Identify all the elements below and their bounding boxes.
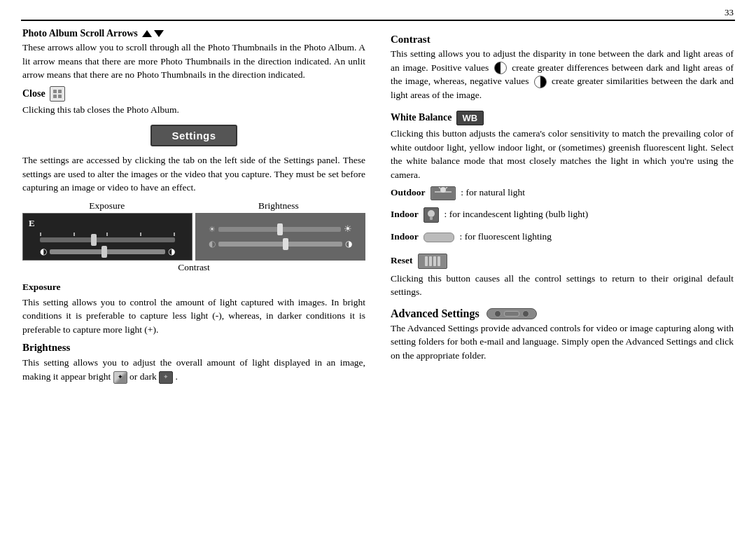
right-column: Contrast This setting allows you to adju…	[388, 28, 734, 526]
outdoor-label: Outdoor	[391, 187, 426, 198]
exposure-slider-track[interactable]	[40, 237, 175, 242]
exposure-panel: E	[22, 213, 192, 261]
advanced-settings-icon	[486, 308, 537, 319]
two-column-layout: Photo Album Scroll Arrows These arrows a…	[22, 28, 734, 526]
brightness-slider-row: ☀ ☀	[209, 223, 352, 235]
diagram-label-exposure: Exposure	[89, 200, 125, 212]
svg-rect-1	[58, 90, 62, 93]
photo-album-scroll-arrows-body: These arrows allow you to scroll through…	[22, 41, 365, 82]
contrast2-left-icon: ◐	[209, 239, 216, 249]
indoor-fluorescent-row: Indoor : for fluorescent lighting	[391, 230, 734, 244]
exposure-subheading: Exposure	[22, 280, 365, 294]
brightness-panel: ☀ ☀ ◐ ◑	[195, 213, 365, 261]
close-icon	[50, 86, 65, 102]
svg-rect-0	[53, 90, 57, 93]
diagram-contrast-label: Contrast	[178, 262, 210, 273]
brightness-body-text2: or dark	[130, 371, 157, 382]
indoor-fluorescent-desc: : for fluorescent lighting	[460, 231, 552, 242]
left-column: Photo Album Scroll Arrows These arrows a…	[22, 28, 368, 526]
diagram-images: E	[22, 213, 365, 261]
reset-stripe-1	[425, 256, 428, 266]
scroll-arrows-icon	[142, 30, 164, 37]
diagram-label-brightness: Brightness	[258, 200, 299, 212]
indoor-incandescent-label: Indoor	[391, 209, 419, 219]
brightness-slider-thumb	[277, 223, 283, 235]
adv-circle-left	[494, 310, 501, 317]
photo-album-scroll-arrows-label: Photo Album Scroll Arrows	[22, 28, 138, 39]
diagram-area: Exposure Brightness E	[22, 200, 365, 277]
brightness-slider-thumb2	[283, 238, 288, 250]
outdoor-icon	[430, 186, 456, 200]
close-label: Close	[22, 88, 46, 99]
arrow-up-icon	[142, 30, 152, 37]
contrast-slider-row: ◐ ◑	[40, 247, 175, 257]
brightness-slider-row2: ◐ ◑	[209, 239, 352, 249]
contrast-slider-thumb	[102, 246, 107, 258]
adv-circle-right	[522, 310, 529, 317]
contrast-positive-icon	[494, 62, 507, 74]
exposure-ticks-top	[40, 233, 175, 236]
adv-bar	[504, 311, 519, 317]
contrast-left-icon: ◐	[40, 247, 47, 257]
svg-rect-2	[53, 95, 57, 98]
brightness-icon-bright: ✦	[113, 371, 127, 384]
brightness-icon-dark: ✦	[159, 371, 173, 384]
exposure-sub-label: Exposure	[22, 282, 61, 292]
contrast2-right-icon: ◑	[345, 239, 352, 249]
exposure-body: This setting allows you to control the a…	[22, 296, 365, 337]
indoor-fluorescent-label: Indoor	[391, 231, 419, 242]
sun-bright-icon: ☀	[344, 223, 352, 235]
reset-body: Clicking this button causes all the cont…	[391, 272, 734, 299]
arrow-down-icon	[154, 30, 164, 37]
advanced-settings-label: Advanced Settings	[391, 307, 479, 320]
svg-point-10	[428, 210, 435, 217]
settings-button[interactable]: Settings	[150, 125, 237, 146]
outdoor-desc: : for natural light	[461, 187, 525, 198]
brightness-body-text1: This setting allows you to adjust the ov…	[22, 357, 365, 382]
white-balance-body: Clicking this button adjusts the camera'…	[391, 127, 734, 181]
close-heading: Close	[22, 86, 365, 102]
contrast-body: This setting allows you to adjust the di…	[391, 47, 734, 102]
white-balance-label: White Balance	[391, 112, 452, 123]
settings-intro-text: The settings are accessed by clicking th…	[22, 153, 365, 195]
reset-icon	[418, 254, 447, 269]
photo-album-scroll-arrows-heading: Photo Album Scroll Arrows	[22, 28, 365, 39]
top-border-line	[21, 20, 735, 21]
white-balance-heading: White Balance WB	[391, 111, 734, 125]
contrast-heading: Contrast	[391, 34, 734, 46]
brightness-heading: Brightness	[22, 342, 365, 354]
exposure-e-label: E	[29, 218, 35, 229]
dark-icon: ✦	[159, 371, 173, 384]
contrast-slider-track[interactable]	[50, 249, 165, 254]
indoor-incandescent-desc: : for incandescent lighting (bulb light)	[444, 209, 589, 219]
advanced-settings-heading: Advanced Settings	[391, 307, 734, 320]
exposure-slider-thumb	[91, 234, 97, 246]
reset-stripe-4	[438, 256, 440, 266]
svg-rect-3	[58, 95, 62, 98]
sun-dim-icon: ☀	[209, 225, 216, 234]
reset-stripe-2	[429, 256, 432, 266]
brightness-body-period: .	[175, 371, 177, 382]
advanced-settings-body: The Advanced Settings provide advanced c…	[391, 321, 734, 363]
reset-stripe-3	[433, 256, 436, 266]
diagram-labels-top: Exposure Brightness	[22, 200, 365, 212]
wb-button[interactable]: WB	[456, 111, 484, 125]
page-number: 33	[724, 7, 734, 18]
svg-rect-11	[430, 216, 433, 220]
brightness-slider-track2[interactable]	[218, 242, 342, 247]
contrast-right-icon: ◑	[168, 247, 175, 257]
page-container: 33 Photo Album Scroll Arrows These arrow…	[0, 0, 756, 540]
brightness-slider-track[interactable]	[218, 227, 341, 232]
close-body: Clicking this tab closes the Photo Album…	[22, 103, 365, 117]
indoor-incandescent-icon	[424, 207, 439, 223]
brightness-body: This setting allows you to adjust the ov…	[22, 356, 365, 383]
settings-button-wrapper: Settings	[22, 125, 365, 146]
reset-row: Reset	[391, 254, 734, 269]
indoor-fluorescent-icon	[424, 233, 454, 242]
reset-label: Reset	[391, 255, 412, 265]
contrast-negative-icon	[534, 76, 547, 88]
bright-icon: ✦	[113, 371, 127, 384]
indoor-incandescent-row: Indoor : for incandescent lighting (bulb…	[391, 207, 734, 223]
outdoor-row: Outdoor : for natural light	[391, 186, 734, 200]
